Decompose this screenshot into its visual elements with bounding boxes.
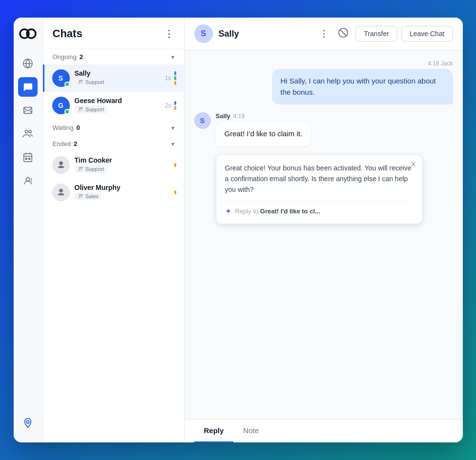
chat-header: S Sally ⋮ Transfer Leave Chat <box>185 18 463 50</box>
ended-chevron-icon: ▾ <box>171 141 174 147</box>
tim-tag: Support <box>75 165 107 173</box>
svg-rect-7 <box>25 158 27 160</box>
waiting-label: Waiting <box>53 124 74 131</box>
block-button[interactable] <box>335 25 352 42</box>
geese-tag: Support <box>75 105 107 113</box>
ongoing-label: Ongoing <box>53 53 77 61</box>
chat-item-geese[interactable]: G Geese Howard Support 2s <box>43 92 184 119</box>
chat-menu-button[interactable]: ⋮ <box>316 26 331 41</box>
nav-team-icon[interactable] <box>18 124 38 144</box>
svg-point-17 <box>79 194 81 196</box>
chats-panel: Chats ⋮ Ongoing 2 ▾ S Sally Support <box>43 18 185 442</box>
app-container: Chats ⋮ Ongoing 2 ▾ S Sally Support <box>14 18 463 442</box>
transfer-button[interactable]: Transfer <box>355 26 397 42</box>
oliver-tag: Sales <box>75 192 102 200</box>
reply-tabs: Reply Note <box>185 419 463 442</box>
oliver-avatar <box>52 184 70 201</box>
geese-info: Geese Howard Support <box>75 97 165 114</box>
ai-suggestion-footer: ✦ Reply to Great! I'd like to cl... <box>225 201 414 216</box>
leave-chat-button[interactable]: Leave Chat <box>401 26 453 42</box>
svg-point-9 <box>26 178 29 181</box>
chat-header-name: Sally <box>219 29 239 39</box>
chat-main: S Sally ⋮ Transfer Leave Chat 4:18 Jack … <box>185 18 463 442</box>
incoming-avatar: S <box>194 112 211 129</box>
ai-star-icon: ✦ <box>225 207 231 216</box>
oliver-name: Oliver Murphy <box>75 184 174 191</box>
svg-point-11 <box>79 80 81 82</box>
oliver-info: Oliver Murphy Sales <box>75 184 174 201</box>
tim-name: Tim Cooker <box>75 156 174 164</box>
geese-avatar: G <box>52 97 70 114</box>
reply-bar: Reply Note <box>185 419 463 442</box>
oliver-bar <box>174 190 176 194</box>
nav-sidebar <box>14 18 43 442</box>
chats-menu-button[interactable]: ⋮ <box>164 28 174 40</box>
chat-header-actions: ⋮ Transfer Leave Chat <box>316 25 453 42</box>
tab-note[interactable]: Note <box>233 419 269 442</box>
sally-avatar: S <box>52 69 70 87</box>
ended-label: Ended <box>53 140 71 147</box>
sally-time: 1s <box>165 75 171 82</box>
incoming-bubble: Great! I'd like to claim it. <box>216 122 311 146</box>
ai-suggestion-text: Great choice! Your bonus has been activa… <box>225 163 414 195</box>
chat-item-oliver[interactable]: Oliver Murphy Sales <box>43 179 184 206</box>
outgoing-bubble: Hi Sally, I can help you with your quest… <box>272 69 453 105</box>
incoming-content: Sally 4:19 Great! I'd like to claim it. <box>216 112 311 146</box>
sally-status-dot <box>64 82 70 87</box>
ongoing-count: 2 <box>80 53 83 61</box>
nav-chat-icon[interactable] <box>18 77 38 97</box>
ai-reply-to: Reply to Great! I'd like to cl... <box>235 208 320 215</box>
chat-item-tim[interactable]: Tim Cooker Support <box>43 151 184 179</box>
tim-avatar <box>52 156 70 174</box>
svg-point-4 <box>25 130 28 133</box>
incoming-name: Sally <box>216 112 230 120</box>
waiting-section-header[interactable]: Waiting 0 ▾ <box>43 119 184 135</box>
app-logo <box>19 27 37 42</box>
svg-rect-8 <box>29 158 30 160</box>
outgoing-timestamp: 4:18 Jack <box>272 60 453 67</box>
tim-bar <box>174 163 176 167</box>
incoming-time: 4:19 <box>233 113 245 120</box>
waiting-count: 0 <box>76 124 80 131</box>
ongoing-chevron-icon: ▾ <box>171 54 174 61</box>
incoming-meta: Sally 4:19 <box>216 112 311 120</box>
geese-time: 2s <box>165 102 171 109</box>
geese-name: Geese Howard <box>75 97 165 105</box>
messages-area: 4:18 Jack Hi Sally, I can help you with … <box>185 50 463 419</box>
chats-title: Chats <box>53 27 83 40</box>
waiting-chevron-icon: ▾ <box>171 125 174 131</box>
ai-suggestion-panel: ✕ Great choice! Your bonus has been acti… <box>216 154 423 224</box>
svg-point-12 <box>81 80 83 82</box>
ended-section-header[interactable]: Ended 2 ▾ <box>43 135 184 151</box>
chats-header: Chats ⋮ <box>43 18 184 48</box>
sally-tag: Support <box>75 78 107 86</box>
svg-point-18 <box>81 194 83 196</box>
nav-calendar-icon[interactable] <box>18 147 38 167</box>
geese-bar <box>174 101 176 110</box>
svg-point-16 <box>81 167 83 168</box>
svg-point-14 <box>81 107 83 109</box>
geese-status-dot <box>64 109 70 114</box>
ongoing-section-header[interactable]: Ongoing 2 ▾ <box>43 48 184 64</box>
nav-globe-icon[interactable] <box>18 54 38 73</box>
tim-info: Tim Cooker Support <box>75 156 174 174</box>
chat-item-sally[interactable]: S Sally Support 1s <box>43 64 184 92</box>
sally-name: Sally <box>75 69 165 77</box>
incoming-message: S Sally 4:19 Great! I'd like to claim it… <box>194 112 375 146</box>
nav-location-icon[interactable] <box>18 413 38 433</box>
nav-contacts-icon[interactable] <box>18 171 38 190</box>
chat-header-avatar: S <box>194 24 213 43</box>
ended-count: 2 <box>74 140 77 147</box>
sally-info: Sally Support <box>75 69 165 87</box>
svg-rect-6 <box>24 154 32 162</box>
outgoing-message: 4:18 Jack Hi Sally, I can help you with … <box>272 60 453 105</box>
tab-reply[interactable]: Reply <box>194 419 234 442</box>
ai-suggestion-close-button[interactable]: ✕ <box>410 160 416 169</box>
svg-point-13 <box>79 107 81 109</box>
svg-point-10 <box>26 420 29 423</box>
svg-line-20 <box>340 29 347 36</box>
svg-point-5 <box>29 130 32 133</box>
nav-email-icon[interactable] <box>18 101 38 120</box>
sally-bar <box>174 71 176 85</box>
svg-point-15 <box>79 167 81 168</box>
